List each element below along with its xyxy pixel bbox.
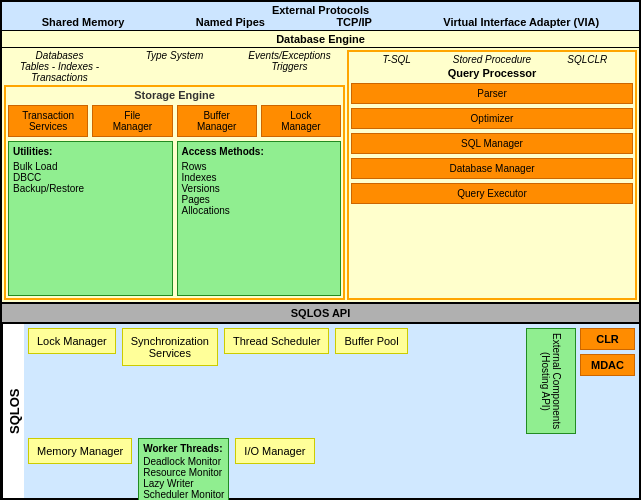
storage-engine-label: Storage Engine [8, 89, 341, 101]
buffer-pool-box: Buffer Pool [335, 328, 407, 354]
database-engine-section: Database Engine DatabasesTables - Indexe… [2, 31, 639, 303]
database-manager-box: Database Manager [351, 158, 633, 179]
db-header-events: Events/ExceptionsTriggers [234, 50, 345, 83]
sql-manager-box: SQL Manager [351, 133, 633, 154]
utility-dbcc: DBCC [13, 172, 168, 183]
right-header-row: T-SQL Stored Procedure SQLCLR [351, 54, 633, 65]
utilities-title: Utilities: [13, 146, 168, 157]
access-indexes: Indexes [182, 172, 337, 183]
worker-threads-title: Worker Threads: [143, 443, 224, 454]
access-versions: Versions [182, 183, 337, 194]
sqlos-section-label: SQLOS [2, 324, 24, 498]
worker-threads-box: Worker Threads: Deadlock Monitor Resourc… [138, 438, 229, 500]
sqlos-api-bar: SQLOS API [2, 303, 639, 323]
sync-services-box: SynchronizationServices [122, 328, 218, 366]
left-db-column: DatabasesTables - Indexes - Transactions… [4, 50, 345, 300]
right-header-sqlclr: SQLCLR [542, 54, 633, 65]
access-methods-title: Access Methods: [182, 146, 337, 157]
query-processor-label: Query Processor [351, 67, 633, 79]
transaction-services-box: TransactionServices [8, 105, 88, 137]
main-container: External Protocols Shared Memory Named P… [0, 0, 641, 500]
right-header-tsql: T-SQL [351, 54, 442, 65]
mdac-box: MDAC [580, 354, 635, 376]
db-header-typesystem: Type System [119, 50, 230, 83]
external-components-box: External Components(Hosting API) [526, 328, 576, 434]
external-protocols-label: External Protocols [6, 4, 635, 16]
lock-manager-storage-box: LockManager [261, 105, 341, 137]
sqlos-right-group: External Components(Hosting API) CLR MDA… [526, 328, 635, 434]
query-executor-box: Query Executor [351, 183, 633, 204]
optimizer-box: Optimizer [351, 108, 633, 129]
access-pages: Pages [182, 194, 337, 205]
buffer-manager-box: BufferManager [177, 105, 257, 137]
external-protocols-items: Shared Memory Named Pipes TCP/IP Virtual… [6, 16, 635, 28]
external-protocols-section: External Protocols Shared Memory Named P… [2, 2, 639, 31]
sqlos-bottom-row: Memory Manager Worker Threads: Deadlock … [28, 438, 635, 500]
db-engine-columns: DatabasesTables - Indexes - Transactions… [2, 48, 639, 302]
utility-bulk-load: Bulk Load [13, 161, 168, 172]
parser-box: Parser [351, 83, 633, 104]
lock-manager-sqlos-box: Lock Manager [28, 328, 116, 354]
tcp-ip-label: TCP/IP [336, 16, 371, 28]
access-rows: Rows [182, 161, 337, 172]
named-pipes-label: Named Pipes [196, 16, 265, 28]
db-header-databases: DatabasesTables - Indexes - Transactions [4, 50, 115, 83]
worker-lazy: Lazy Writer [143, 478, 224, 489]
file-manager-box: FileManager [92, 105, 172, 137]
ext-comp-right: CLR MDAC [580, 328, 635, 434]
sqlos-content: Lock Manager SynchronizationServices Thr… [24, 324, 639, 498]
clr-box: CLR [580, 328, 635, 350]
right-engine-area: T-SQL Stored Procedure SQLCLR Query Proc… [347, 50, 637, 300]
database-engine-label: Database Engine [2, 31, 639, 48]
access-methods-box: Access Methods: Rows Indexes Versions Pa… [177, 141, 342, 296]
thread-scheduler-box: Thread Scheduler [224, 328, 329, 354]
sqlos-top-row: Lock Manager SynchronizationServices Thr… [28, 328, 635, 434]
via-label: Virtual Interface Adapter (VIA) [443, 16, 599, 28]
storage-top-boxes: TransactionServices FileManager BufferMa… [8, 105, 341, 137]
sqlos-section: SQLOS Lock Manager SynchronizationServic… [2, 323, 639, 498]
utility-backup: Backup/Restore [13, 183, 168, 194]
worker-scheduler: Scheduler Monitor [143, 489, 224, 500]
io-manager-box: I/O Manager [235, 438, 314, 464]
left-db-headers: DatabasesTables - Indexes - Transactions… [4, 50, 345, 83]
utilities-box: Utilities: Bulk Load DBCC Backup/Restore [8, 141, 173, 296]
right-header-storedproc: Stored Procedure [446, 54, 537, 65]
storage-engine-area: Storage Engine TransactionServices FileM… [4, 85, 345, 300]
access-allocations: Allocations [182, 205, 337, 216]
worker-deadlock: Deadlock Monitor [143, 456, 224, 467]
storage-bottom: Utilities: Bulk Load DBCC Backup/Restore… [8, 141, 341, 296]
shared-memory-label: Shared Memory [42, 16, 125, 28]
memory-manager-box: Memory Manager [28, 438, 132, 464]
worker-resource: Resource Monitor [143, 467, 224, 478]
